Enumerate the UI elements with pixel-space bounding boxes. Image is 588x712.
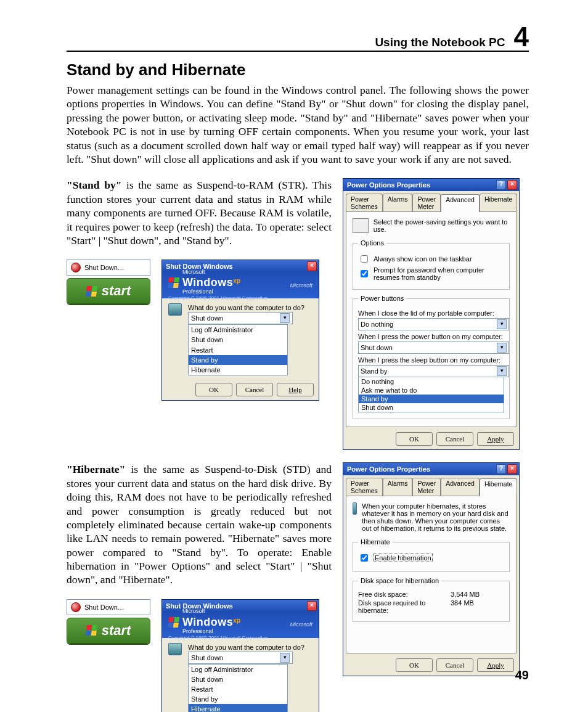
computer-icon xyxy=(168,643,182,655)
tab-strip: Power Schemes Alarms Power Meter Advance… xyxy=(343,191,519,211)
close-icon[interactable]: × xyxy=(507,464,517,474)
help-button[interactable]: Help xyxy=(277,383,314,396)
tab-advanced[interactable]: Advanced xyxy=(441,194,480,212)
action-combobox[interactable]: Shut down▾ xyxy=(188,312,293,324)
battery-icon xyxy=(353,218,369,233)
cancel-button[interactable]: Cancel xyxy=(436,432,473,446)
chevron-down-icon: ▾ xyxy=(497,343,507,353)
tab-alarms[interactable]: Alarms xyxy=(383,478,413,496)
close-icon[interactable]: × xyxy=(307,601,317,611)
required-disk-value: 384 MB xyxy=(451,599,474,614)
ok-button[interactable]: OK xyxy=(396,658,433,672)
chevron-down-icon: ▾ xyxy=(497,366,507,376)
shutdown-menu-item[interactable]: Shut Down… xyxy=(67,599,150,615)
windows-banner: MicrosoftWindowsxpProfessional Copyright… xyxy=(162,612,319,638)
windows-flag-icon xyxy=(168,277,179,288)
shutdown-dialog: Shut Down Windows × MicrosoftWindowsxpPr… xyxy=(161,599,319,712)
apply-button[interactable]: Apply xyxy=(477,432,514,446)
action-combobox[interactable]: Shut down▾ xyxy=(188,652,293,664)
cancel-button[interactable]: Cancel xyxy=(236,383,273,396)
ok-button[interactable]: OK xyxy=(396,432,433,446)
action-listbox[interactable]: Log off Administrator Shut down Restart … xyxy=(188,324,288,375)
shutdown-icon xyxy=(71,263,81,272)
tab-advanced[interactable]: Advanced xyxy=(441,478,480,496)
shutdown-dialog: Shut Down Windows × MicrosoftWindowsxpPr… xyxy=(161,260,319,400)
running-header: Using the Notebook PC 4 xyxy=(67,25,529,52)
chevron-down-icon: ▾ xyxy=(497,319,507,329)
close-icon[interactable]: × xyxy=(507,180,517,190)
tab-hibernate[interactable]: Hibernate xyxy=(480,478,518,496)
page-number: 49 xyxy=(515,668,529,682)
windows-banner: MicrosoftWindowsxpProfessional Copyright… xyxy=(162,272,319,298)
tab-power-meter[interactable]: Power Meter xyxy=(412,478,441,496)
lid-select[interactable]: Do nothing▾ xyxy=(358,318,509,330)
shutdown-menu-item[interactable]: Shut Down… xyxy=(67,260,150,276)
tab-power-schemes[interactable]: Power Schemes xyxy=(346,194,383,211)
free-disk-value: 3,544 MB xyxy=(451,591,480,598)
power-buttons-group: Power buttons When I close the lid of my… xyxy=(353,295,510,419)
sleep-button-select[interactable]: Stand by▾ xyxy=(358,365,509,377)
windows-flag-icon xyxy=(168,617,179,628)
header-title: Using the Notebook PC xyxy=(375,36,505,49)
shutdown-icon xyxy=(71,602,81,612)
standby-lead: "Stand by" xyxy=(67,179,121,191)
sleep-button-options[interactable]: Do nothing Ask me what to do Stand by Sh… xyxy=(358,377,504,412)
disk-space-group: Disk space for hibernation Free disk spa… xyxy=(353,577,510,622)
hibernate-group: Hibernate Enable hibernation xyxy=(353,538,510,572)
chevron-down-icon: ▾ xyxy=(280,653,290,663)
startmenu-screenshot: Shut Down… start xyxy=(67,599,150,644)
intro-paragraph: Power management settings can be found i… xyxy=(67,83,529,166)
options-group: Options Always show icon on the taskbar … xyxy=(353,239,510,290)
hibernate-lead: "Hibernate" xyxy=(67,463,125,475)
tab-hibernate[interactable]: Hibernate xyxy=(480,194,518,211)
standby-paragraph: "Stand by" is the same as Suspend-to-RAM… xyxy=(67,178,332,406)
tab-alarms[interactable]: Alarms xyxy=(383,194,413,211)
apply-button[interactable]: Apply xyxy=(477,658,514,672)
start-button[interactable]: start xyxy=(67,278,150,304)
windows-flag-icon xyxy=(85,286,97,297)
section-heading: Stand by and Hibernate xyxy=(67,60,529,80)
help-icon[interactable]: ? xyxy=(496,180,506,190)
computer-icon xyxy=(168,303,182,316)
hibernate-paragraph: "Hibernate" is the same as Suspend-to-Di… xyxy=(67,462,332,712)
ok-button[interactable]: OK xyxy=(195,383,232,396)
power-button-select[interactable]: Shut down▾ xyxy=(358,342,509,354)
enable-hibernation-checkbox[interactable]: Enable hibernation xyxy=(358,552,504,563)
help-icon[interactable]: ? xyxy=(496,464,506,474)
tab-power-schemes[interactable]: Power Schemes xyxy=(346,478,383,496)
computer-icon xyxy=(353,502,357,515)
close-icon[interactable]: × xyxy=(307,261,317,271)
power-options-advanced-dialog: Power Options Properties ? × Power Schem… xyxy=(343,178,520,450)
chapter-number: 4 xyxy=(514,25,529,49)
windows-flag-icon xyxy=(85,625,97,636)
tab-strip: Power Schemes Alarms Power Meter Advance… xyxy=(343,475,519,496)
chevron-down-icon: ▾ xyxy=(280,313,290,323)
prompt-password-checkbox[interactable]: Prompt for password when computer resume… xyxy=(358,266,504,281)
startmenu-screenshot: Shut Down… start xyxy=(67,260,150,304)
power-options-hibernate-dialog: Power Options Properties ? × Power Schem… xyxy=(343,462,520,676)
action-listbox[interactable]: Log off Administrator Shut down Restart … xyxy=(188,664,288,712)
cancel-button[interactable]: Cancel xyxy=(436,658,473,672)
start-button[interactable]: start xyxy=(67,618,150,644)
always-show-icon-checkbox[interactable]: Always show icon on the taskbar xyxy=(358,253,504,264)
tab-power-meter[interactable]: Power Meter xyxy=(412,194,441,211)
